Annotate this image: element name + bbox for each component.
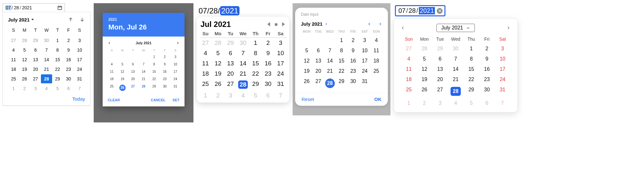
day-cell[interactable]: 23 — [479, 74, 495, 85]
day-cell[interactable]: 29 — [249, 79, 262, 90]
day-cell[interactable]: 10 — [495, 54, 510, 64]
day-cell[interactable]: 20 — [312, 66, 324, 76]
day-cell[interactable]: 23 — [347, 66, 359, 76]
day-cell[interactable]: 8 — [463, 54, 479, 64]
day-cell[interactable]: 4 — [106, 61, 117, 68]
day-cell[interactable]: 31 — [274, 79, 287, 90]
day-cell[interactable]: 25 — [106, 83, 117, 93]
day-cell[interactable]: 15 — [336, 56, 347, 66]
day-cell[interactable]: 31 — [170, 83, 181, 93]
day-cell[interactable]: 21 — [448, 74, 464, 85]
day-cell[interactable]: 1 — [336, 35, 347, 46]
day-cell[interactable]: 7 — [41, 46, 52, 54]
day-cell[interactable]: 28 — [237, 79, 249, 90]
day-cell[interactable]: 20 — [30, 65, 41, 74]
day-cell[interactable]: 26 — [19, 74, 30, 83]
day-cell[interactable]: 12 — [417, 64, 432, 74]
day-cell[interactable]: 27 — [30, 74, 41, 83]
day-cell[interactable]: 12 — [117, 68, 128, 75]
day-cell[interactable]: 27 — [312, 76, 324, 90]
day-cell[interactable]: 21 — [237, 69, 249, 79]
next-month-button[interactable] — [176, 41, 179, 45]
set-button[interactable]: SET — [173, 98, 179, 102]
day-cell[interactable]: 16 — [479, 64, 495, 74]
day-cell[interactable]: 16 — [347, 56, 359, 66]
day-cell[interactable]: 16 — [262, 58, 274, 69]
day-cell[interactable]: 27 — [128, 83, 138, 93]
day-cell[interactable]: 6 — [479, 98, 495, 108]
input-month-segment[interactable]: 07 — [398, 7, 405, 14]
day-cell[interactable]: 15 — [149, 68, 160, 75]
day-cell[interactable]: 20 — [224, 69, 237, 79]
day-cell[interactable]: 6 — [312, 46, 324, 56]
day-cell[interactable]: 9 — [262, 48, 274, 58]
banner-year[interactable]: 2021 — [108, 17, 179, 22]
day-cell[interactable]: 3 — [170, 53, 181, 61]
date-input[interactable]: 07/28/2021 — [199, 6, 289, 15]
day-cell[interactable]: 2 — [479, 44, 495, 54]
day-cell[interactable]: 23 — [262, 69, 274, 79]
day-cell[interactable]: 7 — [138, 61, 149, 68]
day-cell[interactable]: 1 — [52, 36, 63, 45]
calendar-icon[interactable] — [57, 5, 62, 10]
day-cell[interactable]: 17 — [495, 64, 510, 74]
prev-month-button[interactable] — [108, 41, 111, 45]
day-cell[interactable]: 30 — [448, 44, 464, 54]
day-cell[interactable]: 1 — [401, 98, 417, 108]
day-cell[interactable]: 29 — [52, 74, 63, 83]
day-cell[interactable]: 21 — [324, 66, 336, 76]
day-cell[interactable]: 15 — [249, 58, 262, 69]
day-cell[interactable]: 3 — [359, 35, 370, 46]
day-cell[interactable]: 28 — [19, 36, 30, 45]
day-cell[interactable]: 2 — [160, 53, 170, 61]
day-cell[interactable]: 7 — [74, 84, 85, 93]
day-cell[interactable]: 7 — [274, 90, 287, 101]
day-cell[interactable]: 3 — [224, 90, 237, 101]
day-cell[interactable]: 11 — [199, 58, 212, 69]
day-cell[interactable]: 5 — [417, 54, 432, 64]
input-month-segment[interactable]: 07 — [5, 5, 12, 10]
day-cell[interactable]: 5 — [249, 90, 262, 101]
input-day-segment[interactable]: 28 — [409, 7, 416, 14]
day-cell[interactable]: 4 — [41, 84, 52, 93]
day-cell[interactable]: 7 — [448, 54, 464, 64]
day-cell[interactable]: 6 — [224, 48, 237, 58]
day-cell[interactable]: 31 — [74, 74, 85, 83]
day-cell[interactable]: 5 — [52, 84, 63, 93]
day-cell[interactable]: 30 — [479, 85, 495, 98]
day-cell[interactable]: 17 — [74, 55, 85, 64]
day-cell[interactable]: 14 — [448, 64, 464, 74]
day-cell[interactable]: 1 — [199, 90, 212, 101]
day-cell[interactable]: 4 — [199, 48, 212, 58]
day-cell[interactable]: 5 — [301, 46, 312, 56]
day-cell[interactable]: 13 — [30, 55, 41, 64]
day-cell[interactable]: 2 — [63, 36, 74, 45]
day-cell[interactable]: 14 — [324, 56, 336, 66]
next-month-button[interactable] — [378, 22, 382, 26]
month-year-selector[interactable]: July 2021 — [436, 24, 475, 32]
prev-month-button[interactable] — [267, 22, 271, 26]
day-cell[interactable]: 17 — [359, 56, 370, 66]
day-cell[interactable]: 6 — [432, 54, 448, 64]
day-cell[interactable]: 5 — [463, 98, 479, 108]
prev-month-button[interactable] — [68, 17, 74, 22]
month-year-selector[interactable]: July 2021 — [301, 21, 328, 27]
day-cell[interactable]: 3 — [74, 36, 85, 45]
day-cell[interactable]: 4 — [448, 98, 464, 108]
prev-month-button[interactable] — [367, 22, 371, 26]
input-year-segment[interactable]: 2021 — [419, 7, 435, 14]
day-cell[interactable]: 5 — [19, 46, 30, 54]
day-cell[interactable]: 30 — [63, 74, 74, 83]
day-cell[interactable]: 7 — [495, 98, 510, 108]
day-cell[interactable]: 2 — [347, 35, 359, 46]
day-cell[interactable]: 22 — [463, 74, 479, 85]
day-cell[interactable]: 30 — [237, 38, 249, 48]
day-cell[interactable]: 18 — [371, 56, 382, 66]
day-cell[interactable]: 26 — [117, 83, 128, 93]
day-cell[interactable]: 26 — [301, 76, 312, 90]
day-cell[interactable]: 11 — [106, 68, 117, 75]
next-month-button[interactable] — [79, 17, 85, 22]
day-cell[interactable]: 13 — [312, 56, 324, 66]
next-month-button[interactable] — [507, 26, 510, 30]
day-cell[interactable]: 28 — [41, 74, 52, 83]
